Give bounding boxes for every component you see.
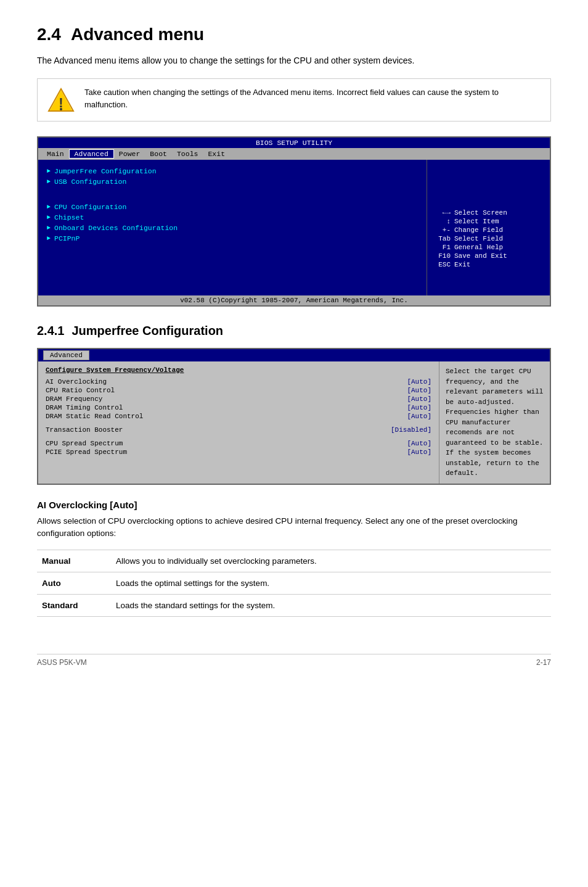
bios-nav-exit: Exit (203, 150, 230, 158)
subsection-number: 2.4.1 (37, 324, 64, 337)
key-label: F1 (433, 244, 451, 251)
bios-nav-power: Power (114, 150, 145, 158)
bios-item-pcipnp: ► PCIPnP (47, 233, 418, 244)
bios-item-cpu: ► CPU Configuration (47, 202, 418, 212)
bios2-main-panel: Configure System Frequency/Voltage AI Ov… (38, 361, 439, 484)
option-name-auto: Auto (37, 572, 111, 595)
bios2-value: [Auto] (407, 448, 431, 456)
bios-screen-1: BIOS SETUP UTILITY Main Advanced Power B… (37, 136, 551, 307)
ai-overclocking-desc: Allows selection of CPU overclocking opt… (37, 515, 551, 540)
bios-main-panel: ► JumperFree Configuration ► USB Configu… (38, 160, 427, 295)
bios2-value: [Auto] (407, 440, 431, 447)
key-label: +- (433, 226, 451, 234)
key-desc: Exit (454, 261, 470, 268)
table-row: Auto Loads the optimal settings for the … (37, 572, 551, 595)
sidebar-row-5: F1 General Help (433, 244, 544, 251)
sidebar-row-3: +- Change Field (433, 226, 544, 234)
bios-nav-tools: Tools (172, 150, 203, 158)
bios2-label: DRAM Static Read Control (46, 413, 143, 420)
key-desc: Select Screen (454, 209, 507, 217)
table-row: Manual Allows you to individually set ov… (37, 550, 551, 572)
bios-item-label: Chipset (54, 213, 84, 221)
bios2-value: [Auto] (407, 395, 431, 403)
option-desc-auto: Loads the optimal settings for the syste… (111, 572, 551, 595)
key-desc: Change Field (454, 226, 503, 234)
option-name-standard: Standard (37, 595, 111, 617)
key-desc: Save and Exit (454, 252, 507, 260)
key-label: ←→ (433, 209, 451, 217)
bios-title: BIOS SETUP UTILITY (38, 138, 550, 148)
warning-icon: ! (47, 86, 75, 113)
bios2-row-transaction: Transaction Booster [Disabled] (46, 426, 431, 434)
subsection-heading: Jumperfree Configuration (71, 324, 223, 337)
warning-text: Take caution when changing the settings … (84, 86, 541, 110)
option-desc-standard: Loads the standard settings for the syst… (111, 595, 551, 617)
bios-item-usb: ► USB Configuration (47, 176, 418, 187)
footer-left: ASUS P5K-VM (37, 658, 87, 667)
bios-nav-main: Main (42, 150, 69, 158)
warning-box: ! Take caution when changing the setting… (37, 78, 551, 122)
bios2-tab-bar: Advanced (38, 349, 550, 361)
bios-item-label: PCIPnP (54, 234, 80, 242)
bios2-value: [Auto] (407, 378, 431, 386)
key-desc: Select Item (454, 218, 499, 225)
arrow-icon: ► (47, 204, 51, 210)
key-desc: Select Field (454, 235, 503, 242)
bios2-row-ai: AI Overclocking [Auto] (46, 377, 431, 386)
bios2-row-dram-timing: DRAM Timing Control [Auto] (46, 403, 431, 412)
sidebar-row-7: ESC Exit (433, 261, 544, 268)
bios-sidebar: ←→ Select Screen ↕ Select Item +- Change… (427, 160, 550, 295)
options-table-body: Manual Allows you to individually set ov… (37, 550, 551, 617)
key-label: F10 (433, 252, 451, 260)
bios-item-jumperfree: ► JumperFree Configuration (47, 166, 418, 176)
bios2-label: AI Overclocking (46, 378, 107, 386)
svg-point-3 (60, 108, 62, 110)
bios2-tab-advanced: Advanced (43, 350, 89, 360)
section-title: 2.4Advanced menu (37, 25, 551, 44)
bios2-row-pcie-spread: PCIE Spread Spectrum [Auto] (46, 448, 431, 456)
bios2-value: [Auto] (407, 404, 431, 411)
section-number: 2.4 (37, 25, 61, 44)
sidebar-row-1: ←→ Select Screen (433, 209, 544, 217)
bios2-label: DRAM Timing Control (46, 404, 123, 411)
bios-screen-2: Advanced Configure System Frequency/Volt… (37, 348, 551, 485)
key-label: ESC (433, 261, 451, 268)
bios2-label: PCIE Spread Spectrum (46, 448, 127, 456)
key-label: Tab (433, 235, 451, 242)
section-heading: Advanced menu (71, 25, 204, 44)
bios2-value: [Auto] (407, 387, 431, 394)
bios2-value: [Disabled] (391, 426, 431, 434)
key-desc: General Help (454, 244, 503, 251)
bios2-label: DRAM Frequency (46, 395, 102, 403)
bios-nav-bar: Main Advanced Power Boot Tools Exit (38, 148, 550, 160)
options-table: Manual Allows you to individually set ov… (37, 550, 551, 617)
subsection-title: 2.4.1Jumperfree Configuration (37, 324, 551, 338)
arrow-icon: ► (47, 214, 51, 221)
bios-footer: v02.58 (C)Copyright 1985-2007, American … (38, 295, 550, 305)
bios2-value: [Auto] (407, 413, 431, 420)
bios2-body: Configure System Frequency/Voltage AI Ov… (38, 361, 550, 484)
bios2-row-dram-static: DRAM Static Read Control [Auto] (46, 412, 431, 421)
sidebar-row-2: ↕ Select Item (433, 218, 544, 225)
bios-item-label: JumperFree Configuration (54, 167, 157, 175)
ai-overclocking-title: AI Overclocking [Auto] (37, 500, 551, 510)
bios-item-onboard: ► Onboard Devices Configuration (47, 223, 418, 233)
bios-item-chipset: ► Chipset (47, 212, 418, 223)
bios-item-label: CPU Configuration (54, 203, 126, 211)
key-label: ↕ (433, 218, 451, 225)
bios2-sidebar: Select the target CPU frequency, and the… (439, 361, 550, 484)
sidebar-row-6: F10 Save and Exit (433, 252, 544, 260)
arrow-icon: ► (47, 225, 51, 231)
bios-item-label: USB Configuration (54, 178, 126, 186)
bios2-label: Transaction Booster (46, 426, 123, 434)
bios2-row-cpu-ratio: CPU Ratio Control [Auto] (46, 386, 431, 395)
option-name-manual: Manual (37, 550, 111, 572)
bios2-label: CPU Ratio Control (46, 387, 115, 394)
bios-item-label: Onboard Devices Configuration (54, 224, 178, 232)
table-row: Standard Loads the standard settings for… (37, 595, 551, 617)
bios-nav-advanced: Advanced (69, 149, 114, 159)
bios2-label: CPU Spread Spectrum (46, 440, 123, 447)
intro-paragraph: The Advanced menu items allow you to cha… (37, 54, 551, 67)
footer-right: 2-17 (536, 658, 551, 667)
arrow-icon: ► (47, 168, 51, 175)
